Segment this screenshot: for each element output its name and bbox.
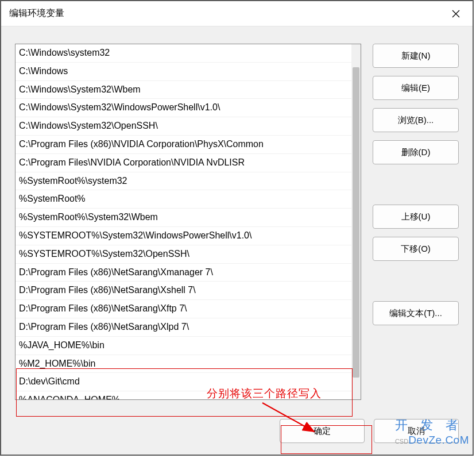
list-item[interactable]: %SystemRoot%\System32\Wbem — [16, 209, 351, 227]
main-row: C:\Windows\system32C:\WindowsC:\Windows\… — [15, 44, 459, 400]
side-button-column: 新建(N) 编辑(E) 浏览(B)... 删除(D) 上移(U) 下移(O) 编… — [373, 44, 459, 400]
list-item[interactable]: D:\Program Files (x86)\NetSarang\Xshell … — [16, 282, 351, 300]
edit-text-button[interactable]: 编辑文本(T)... — [373, 301, 459, 325]
list-item[interactable]: %SYSTEMROOT%\System32\WindowsPowerShell\… — [16, 227, 351, 245]
ok-button[interactable]: 确定 — [280, 419, 365, 443]
move-down-button[interactable]: 下移(O) — [373, 237, 459, 261]
list-item[interactable]: D:\Program Files (x86)\NetSarang\Xmanage… — [16, 264, 351, 282]
list-item[interactable]: C:\Windows\system32 — [16, 44, 351, 63]
list-item[interactable]: C:\Windows — [16, 63, 351, 81]
list-item[interactable]: C:\Program Files\NVIDIA Corporation\NVID… — [16, 154, 351, 172]
footer-buttons: 确定 取消 — [280, 419, 459, 443]
list-item[interactable]: %JAVA_HOME%\bin — [16, 337, 351, 355]
list-item[interactable]: %SystemRoot% — [16, 190, 351, 209]
titlebar: 编辑环境变量 — [1, 1, 473, 26]
window-title: 编辑环境变量 — [9, 7, 64, 20]
list-item[interactable]: %M2_HOME%\bin — [16, 355, 351, 374]
list-scroll-viewport: C:\Windows\system32C:\WindowsC:\Windows\… — [16, 44, 351, 399]
annotation-text: 分别将该三个路径写入 — [207, 386, 322, 401]
cancel-button[interactable]: 取消 — [374, 419, 459, 443]
list-item[interactable]: C:\Windows\System32\WindowsPowerShell\v1… — [16, 99, 351, 117]
list-item[interactable]: %SystemRoot%\system32 — [16, 172, 351, 191]
close-button[interactable] — [439, 1, 473, 26]
close-icon — [452, 10, 460, 18]
delete-button[interactable]: 删除(D) — [373, 140, 459, 164]
scrollbar-thumb[interactable] — [353, 67, 359, 378]
path-listbox[interactable]: C:\Windows\system32C:\WindowsC:\Windows\… — [15, 44, 361, 400]
edit-button[interactable]: 编辑(E) — [373, 76, 459, 100]
list-item[interactable]: D:\Program Files (x86)\NetSarang\Xlpd 7\ — [16, 318, 351, 337]
list-item[interactable]: D:\Program Files (x86)\NetSarang\Xftp 7\ — [16, 300, 351, 318]
list-item[interactable]: C:\Program Files (x86)\NVIDIA Corporatio… — [16, 136, 351, 154]
list-item[interactable]: C:\Windows\System32\OpenSSH\ — [16, 117, 351, 136]
move-up-button[interactable]: 上移(U) — [373, 205, 459, 229]
list-item[interactable]: C:\Windows\System32\Wbem — [16, 81, 351, 99]
new-button[interactable]: 新建(N) — [373, 44, 459, 68]
browse-button[interactable]: 浏览(B)... — [373, 108, 459, 132]
list-item[interactable]: %SYSTEMROOT%\System32\OpenSSH\ — [16, 245, 351, 264]
dialog-window: 编辑环境变量 C:\Windows\system32C:\WindowsC:\W… — [0, 0, 474, 456]
scrollbar[interactable] — [351, 44, 361, 399]
